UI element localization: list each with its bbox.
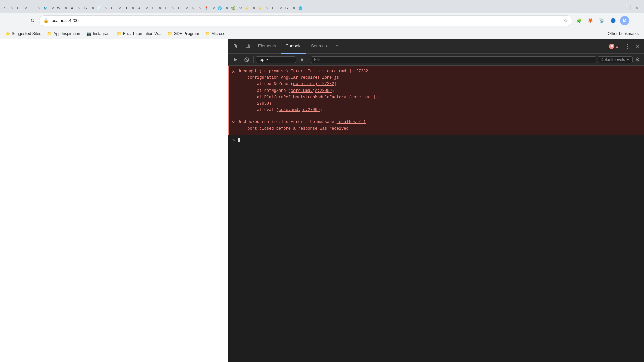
browser-tab-t19[interactable]: ⚡ Gil ✕: [241, 3, 255, 13]
browser-tab-t20[interactable]: ⚡ Gif ✕: [255, 3, 268, 13]
other-bookmarks-label: Other bookmarks: [608, 31, 639, 36]
error-continuation-1: configuration Angular requires Zone.js: [237, 75, 640, 81]
error-icon-2: ✕: [232, 119, 235, 132]
console-settings-button[interactable]: ⚙: [634, 55, 641, 64]
bookmark-4[interactable]: 📁 GDE Program: [165, 29, 202, 38]
chrome-extension-1[interactable]: 🔵: [608, 15, 619, 26]
console-output: ✕ Uncaught (in promise) Error: In this c…: [228, 66, 644, 362]
error-link-2a[interactable]: localhost/:1: [337, 120, 366, 124]
cast-button[interactable]: 📡: [596, 15, 607, 26]
console-error-2: ✕ Unchecked runtime.lastError: The messa…: [228, 116, 644, 135]
bookmark-label-0: Suggested Sites: [12, 31, 41, 36]
browser-tab-t8[interactable]: 📊 and ✕: [94, 3, 107, 13]
bookmark-0[interactable]: ⭐ Suggested Sites: [3, 29, 44, 38]
console-default-levels[interactable]: Default levels ▼: [598, 56, 633, 63]
minimize-button[interactable]: —: [614, 3, 623, 12]
devtools-tab-console[interactable]: Console: [281, 39, 306, 54]
browser-tab-t5[interactable]: W Wh ✕: [54, 3, 67, 13]
browser-tab-t10[interactable]: D DEV ✕: [121, 3, 134, 13]
devtools-close-button[interactable]: ✕: [634, 41, 641, 51]
browser-tab-t13[interactable]: E Er ✕: [161, 3, 174, 13]
svg-rect-1: [248, 45, 250, 48]
tab-favicon-t2: G: [16, 6, 21, 10]
browser-tab-t18[interactable]: 🌿 Ba ✕: [228, 3, 241, 13]
browser-tab-t6[interactable]: A An ✕: [67, 3, 80, 13]
devtools-device-button[interactable]: [243, 41, 253, 51]
console-clear-button[interactable]: [242, 55, 251, 64]
console-error-1: ✕ Uncaught (in promise) Error: In this c…: [228, 66, 644, 116]
error-link-stack-1d[interactable]: core.umd.js:27999: [279, 108, 320, 112]
console-divider: [253, 56, 254, 63]
console-context-selector[interactable]: top ▼: [256, 56, 296, 63]
browser-tab-t15[interactable]: N Ne ✕: [188, 3, 201, 13]
error-link-stack-1a[interactable]: core.umd.js:27282: [293, 82, 334, 86]
console-execute-button[interactable]: [231, 55, 240, 64]
other-bookmarks[interactable]: Other bookmarks: [605, 29, 641, 38]
error-text-2a: Unchecked runtime.lastError: The message: [237, 120, 336, 124]
browser-tab-t4[interactable]: 🐦 73c ✕: [40, 3, 54, 13]
bookmark-label-5: Microsoft: [211, 31, 228, 36]
address-bar[interactable]: 🔒 localhost:4200 ☆: [39, 15, 572, 26]
bookmark-1[interactable]: 📁 App Inspiration: [44, 29, 83, 38]
console-eye-button[interactable]: 👁: [297, 55, 307, 64]
error-link-stack-1b[interactable]: core.umd.js:28059: [291, 88, 332, 93]
browser-tab-t7[interactable]: G Un ✕: [80, 3, 94, 13]
browser-tab-t17[interactable]: 🌐 Co ✕: [215, 3, 228, 13]
devtools-tab-sources[interactable]: Sources: [307, 39, 331, 54]
browser-tab-t22[interactable]: G en ✕: [282, 3, 295, 13]
tab-favicon-t16: 📍: [204, 6, 209, 10]
close-browser-button[interactable]: ✕: [633, 3, 641, 12]
bookmark-2[interactable]: 📷 Instagram: [84, 29, 113, 38]
default-levels-arrow: ▼: [626, 58, 630, 61]
browser-tab-t1[interactable]: S Sid ✕: [0, 3, 13, 13]
extensions-button[interactable]: 🧩: [574, 15, 584, 26]
bookmark-label-4: GDE Program: [174, 31, 199, 36]
restore-button[interactable]: ⬜: [623, 3, 632, 12]
back-button[interactable]: ←: [3, 15, 13, 26]
browser-tab-t21[interactable]: G Git ✕: [268, 3, 282, 13]
devtools-inspect-button[interactable]: [231, 41, 241, 51]
error-text-1a: Uncaught (in promise) Error: In this: [237, 69, 327, 74]
devtools-tab-elements[interactable]: Elements: [254, 39, 280, 54]
error-content-2: Unchecked runtime.lastError: The message…: [237, 119, 640, 132]
bookmark-label-3: Buzz Information W...: [123, 31, 161, 36]
new-tab-button[interactable]: +: [302, 3, 312, 13]
star-icon[interactable]: ☆: [564, 18, 568, 23]
error-link-stack-1c[interactable]: core.umd.js: 27950: [237, 95, 380, 106]
browser-tab-t9[interactable]: G No ✕: [107, 3, 121, 13]
browser-frame: S Sid ✕ G No ✕ G No ✕ 🐦 73c ✕ W Wh ✕ A A…: [0, 0, 644, 362]
profile-button[interactable]: M: [619, 15, 630, 26]
browser-tab-t3[interactable]: G No ✕: [27, 3, 40, 13]
error-link-1a[interactable]: core.umd.js:27282: [327, 69, 368, 74]
bookmark-3[interactable]: 📁 Buzz Information W...: [114, 29, 164, 38]
console-toolbar: top ▼ 👁 Default levels ▼ ⚙: [228, 54, 644, 66]
tab-favicon-t12: T: [150, 6, 155, 10]
tab-favicon-t3: G: [30, 6, 34, 10]
svg-line-4: [245, 58, 248, 61]
console-cursor[interactable]: [238, 138, 240, 142]
forward-button[interactable]: →: [15, 15, 25, 26]
nav-bar: ← → ↻ 🔒 localhost:4200 ☆ 🧩 🦊 📡 🔵 M ⋮: [0, 13, 644, 28]
bookmark-5[interactable]: 📁 Microsoft: [202, 29, 230, 38]
browser-tab-t16[interactable]: 📍 loc ✕: [201, 3, 215, 13]
reload-button[interactable]: ↻: [27, 15, 38, 26]
tab-favicon-t6: A: [70, 6, 74, 10]
console-filter-input[interactable]: [311, 56, 596, 63]
devtools-tab-more[interactable]: »: [332, 39, 343, 54]
browser-tab-t2[interactable]: G No ✕: [13, 3, 27, 13]
tab-favicon-t11: A: [137, 6, 142, 10]
metamask-icon[interactable]: 🦊: [585, 15, 596, 26]
error-stack-1a: at new NgZone (core.umd.js:27282): [237, 81, 640, 87]
browser-tab-t12[interactable]: T We ✕: [148, 3, 161, 13]
error-message-2: Unchecked runtime.lastError: The message…: [237, 119, 640, 125]
tab-favicon-t10: D: [123, 6, 128, 10]
browser-tab-t11[interactable]: A An ✕: [134, 3, 148, 13]
error-badge[interactable]: ✕ 2: [606, 42, 621, 50]
browser-tab-t23[interactable]: 🌐 htt ✕: [295, 3, 302, 13]
account-button[interactable]: 🦊: [585, 15, 596, 26]
browser-tab-t14[interactable]: G No ✕: [174, 3, 188, 13]
error-stack-1c: at PlatformRef.bootstrapModuleFactory (c…: [237, 94, 640, 107]
error-badge-icon: ✕: [609, 44, 614, 49]
devtools-more-menu[interactable]: ⋮: [622, 41, 632, 51]
menu-button[interactable]: ⋮: [631, 15, 641, 26]
